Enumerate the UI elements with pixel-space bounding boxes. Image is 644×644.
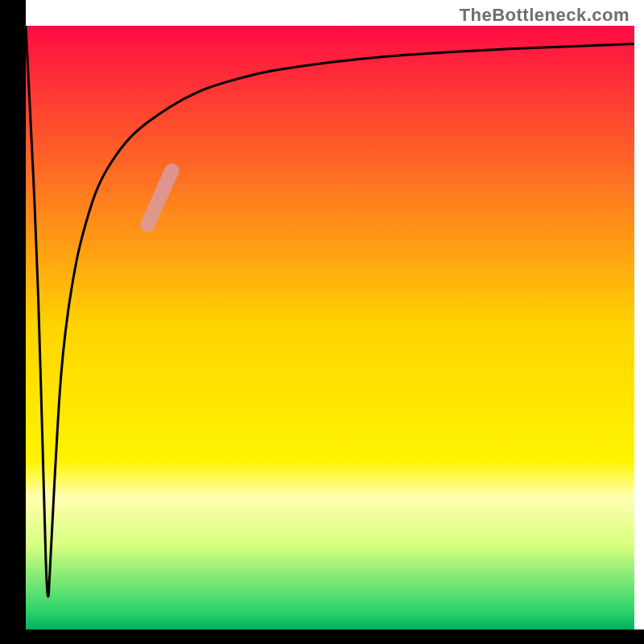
axis-bottom xyxy=(0,630,644,644)
bottleneck-chart xyxy=(0,0,644,644)
chart-container: { "watermark": "TheBottleneck.com", "cha… xyxy=(0,0,644,644)
watermark-text: TheBottleneck.com xyxy=(460,5,630,26)
plot-background xyxy=(26,26,634,630)
axis-left xyxy=(0,0,26,644)
